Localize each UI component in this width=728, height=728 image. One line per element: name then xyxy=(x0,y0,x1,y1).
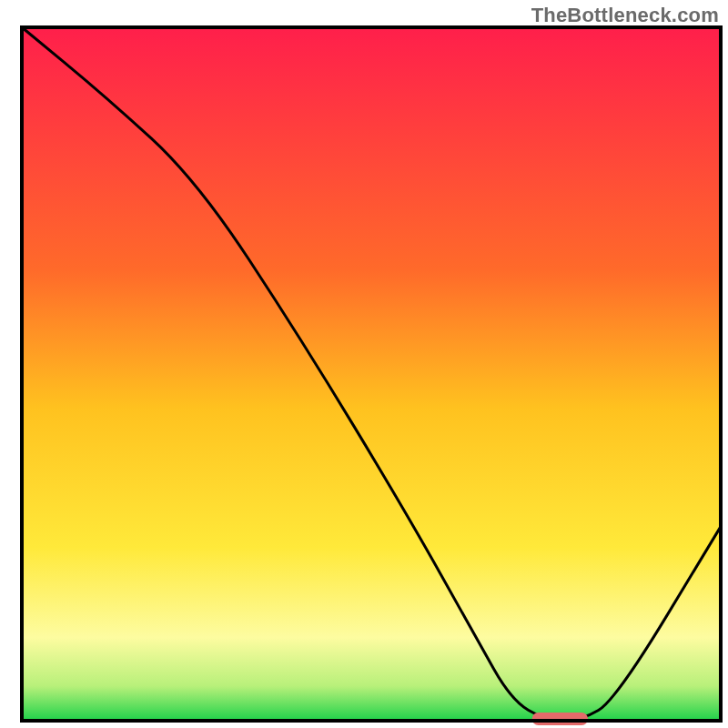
chart-stage: TheBottleneck.com xyxy=(0,0,728,728)
chart-background xyxy=(22,27,721,721)
watermark-text: TheBottleneck.com xyxy=(531,4,719,27)
bottleneck-chart xyxy=(0,0,728,728)
